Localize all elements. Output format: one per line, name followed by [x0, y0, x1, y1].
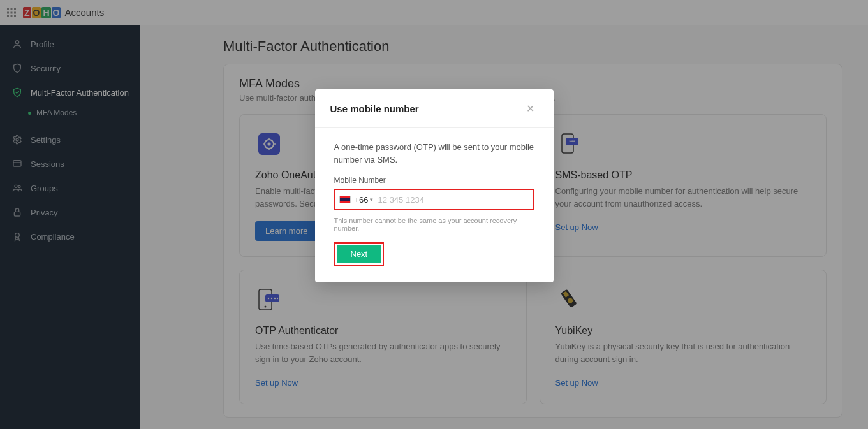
chevron-down-icon[interactable]: ▾ [370, 196, 373, 203]
next-button-highlight: Next [334, 242, 385, 266]
next-button[interactable]: Next [337, 245, 382, 263]
country-flag-icon[interactable] [339, 196, 351, 203]
mobile-number-modal: Use mobile number ✕ A one-time password … [315, 89, 554, 282]
country-code[interactable]: +66 [355, 195, 369, 205]
mobile-number-input[interactable] [378, 195, 529, 205]
mobile-number-field[interactable]: +66 ▾ [334, 189, 534, 210]
mobile-number-label: Mobile Number [334, 176, 534, 185]
field-note: This number cannot be the same as your a… [334, 217, 534, 232]
modal-description: A one-time password (OTP) will be sent t… [334, 141, 534, 166]
modal-title: Use mobile number [330, 103, 419, 114]
close-icon[interactable]: ✕ [523, 101, 538, 116]
